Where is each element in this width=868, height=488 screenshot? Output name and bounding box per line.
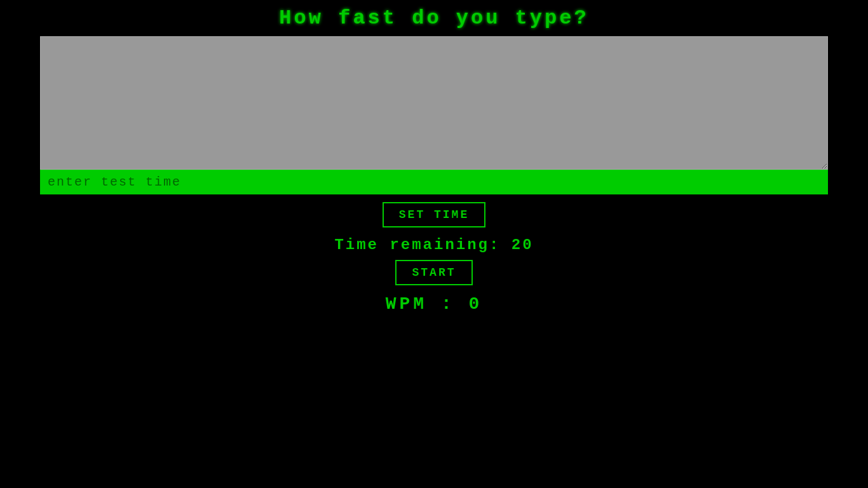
typing-textarea[interactable]: [40, 36, 828, 170]
set-time-button[interactable]: SET TIME: [383, 202, 485, 227]
wpm-value: 0: [469, 294, 483, 314]
time-input[interactable]: [40, 170, 828, 194]
wpm-label: WPM :: [386, 294, 455, 314]
page-title: How fast do you type?: [279, 6, 588, 30]
start-button[interactable]: START: [395, 260, 472, 285]
time-remaining-display: Time remaining: 20: [334, 236, 533, 254]
wpm-display: WPM : 0: [386, 294, 483, 314]
